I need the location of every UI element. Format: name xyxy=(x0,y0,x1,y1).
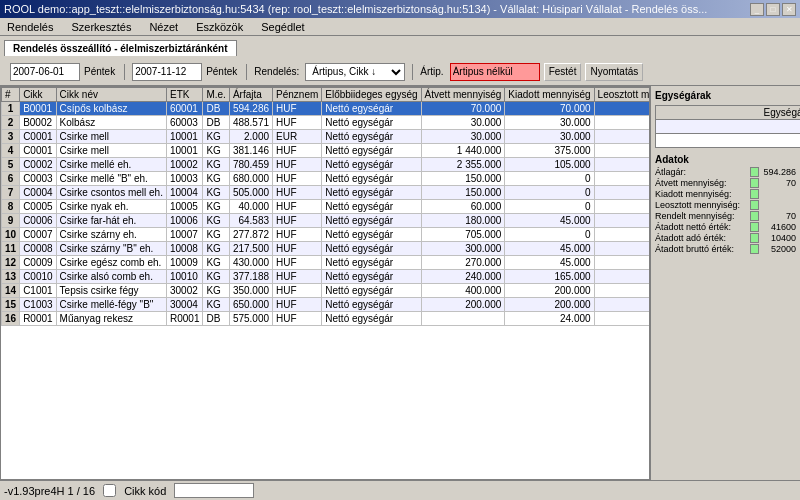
rendeles-label: Rendelés: xyxy=(254,66,299,77)
col-me[interactable]: M.e. xyxy=(203,88,229,102)
col-num: # xyxy=(2,88,20,102)
table-row[interactable]: 11C0008Csirke szárny "B" eh.10008KG217.5… xyxy=(2,242,651,256)
right-panel: Egységárak Egységár Mennyiség 560.0010.0… xyxy=(650,86,800,480)
menu-eszkozok[interactable]: Eszközök xyxy=(193,20,246,34)
status-checkbox[interactable] xyxy=(103,484,116,497)
data-table: # Cikk Cikk név ETK M.e. Árfajta Pénznem… xyxy=(1,87,650,326)
data-section-title: Adatok xyxy=(655,154,796,165)
toolbar-sep1 xyxy=(124,64,125,80)
data-section: Adatok Átlagár: 594.286 Átvett mennyiség… xyxy=(655,154,796,255)
date2-input[interactable] xyxy=(132,63,202,81)
col-arfajta[interactable]: Árfajta xyxy=(229,88,272,102)
table-row[interactable]: 6C0003Csirke mellé "B" eh.10003KG680.000… xyxy=(2,172,651,186)
table-row[interactable]: 14C1001Tepsis csirke fégy30002KG350.000H… xyxy=(2,284,651,298)
data-bar-row: Rendelt mennyiség: 70 xyxy=(655,211,796,221)
data-table-container[interactable]: # Cikk Cikk név ETK M.e. Árfajta Pénznem… xyxy=(0,86,650,480)
toolbar: Péntek Péntek Rendelés: Ártipus, Cikk ↓ … xyxy=(0,58,800,86)
menu-rendeles[interactable]: Rendelés xyxy=(4,20,56,34)
data-bar-row: Kiadott mennyiség: xyxy=(655,189,796,199)
artipus-label: Ártip. xyxy=(420,66,443,77)
data-bar-row: Átlagár: 594.286 xyxy=(655,167,796,177)
menu-nezet[interactable]: Nézet xyxy=(146,20,181,34)
table-row[interactable]: 15C1003Csirke mellé-fégy "B"30004KG650.0… xyxy=(2,298,651,312)
toolbar-sep3 xyxy=(412,64,413,80)
col-kiadott[interactable]: Kiadott mennyiség xyxy=(505,88,594,102)
table-row[interactable]: 16R0001Műanyag rekeszR0001DB575.000HUFNe… xyxy=(2,312,651,326)
table-row[interactable]: 13C0010Csirke alsó comb eh.10010KG377.18… xyxy=(2,270,651,284)
col-etk[interactable]: ETK xyxy=(166,88,202,102)
panel-row: 560.0010.000 xyxy=(656,120,801,134)
data-bars: Átlagár: 594.286 Átvett mennyiség: 70 Ki… xyxy=(655,167,796,254)
festet-btn[interactable]: Festét xyxy=(544,63,582,81)
nyomtatas-btn[interactable]: Nyomtatás xyxy=(585,63,643,81)
status-bar: -v1.93pre4H 1 / 16 Cikk kód xyxy=(0,480,800,500)
table-row[interactable]: 1B0001Csípős kolbász60001DB594.286HUFNet… xyxy=(2,102,651,116)
window-controls: _ □ ✕ xyxy=(750,3,796,16)
rendeles-select[interactable]: Ártipus, Cikk ↓ xyxy=(305,63,405,81)
table-row[interactable]: 3C0001Csirke mell10001KG2.000EURNettó eg… xyxy=(2,130,651,144)
tab-bar: Rendelés összeállító - élelmiszerbiztárá… xyxy=(0,36,800,58)
date1-input[interactable] xyxy=(10,63,80,81)
data-bar-row: Átvett mennyiség: 70 xyxy=(655,178,796,188)
table-row[interactable]: 7C0004Csirke csontos mell eh.10004KG505.… xyxy=(2,186,651,200)
table-row[interactable]: 8C0005Csirke nyak eh.10005KG40.000HUFNet… xyxy=(2,200,651,214)
main-tab[interactable]: Rendelés összeállító - élelmiszerbiztárá… xyxy=(4,40,237,56)
data-bar-row: Átadott adó érték: 10400 xyxy=(655,233,796,243)
col-leosztott[interactable]: Leosztott mennyiség xyxy=(594,88,650,102)
panel-row: 600.0060.000 xyxy=(656,134,801,148)
minimize-btn[interactable]: _ xyxy=(750,3,764,16)
day2-label: Péntek xyxy=(206,66,237,77)
main-content: # Cikk Cikk név ETK M.e. Árfajta Pénznem… xyxy=(0,86,800,480)
close-btn[interactable]: ✕ xyxy=(782,3,796,16)
menu-bar: Rendelés Szerkesztés Nézet Eszközök Segé… xyxy=(0,18,800,36)
data-bar-row: Leosztott mennyiség: xyxy=(655,200,796,210)
col-atvett[interactable]: Átvett mennyiség xyxy=(421,88,505,102)
table-row[interactable]: 2B0002Kolbász60003DB488.571HUFNettó egys… xyxy=(2,116,651,130)
day1-label: Péntek xyxy=(84,66,115,77)
artipus-input[interactable] xyxy=(450,63,540,81)
maximize-btn[interactable]: □ xyxy=(766,3,780,16)
menu-szerkesztes[interactable]: Szerkesztés xyxy=(68,20,134,34)
status-cikk-label: Cikk kód xyxy=(124,485,166,497)
status-cikk-input[interactable] xyxy=(174,483,254,498)
menu-segedlet[interactable]: Segédlet xyxy=(258,20,307,34)
table-row[interactable]: 5C0002Csirke mellé eh.10002KG780.459HUFN… xyxy=(2,158,651,172)
table-row[interactable]: 10C0007Csirke szárny eh.10007KG277.872HU… xyxy=(2,228,651,242)
right-panel-title: Egységárak xyxy=(655,90,796,101)
data-bar-row: Átadott nettó érték: 41600 xyxy=(655,222,796,232)
col-cikk-nev[interactable]: Cikk név xyxy=(56,88,166,102)
window-title: ROOL demo::app_teszt::elelmiszerbiztonsá… xyxy=(4,3,707,15)
egysegar-table: Egységár Mennyiség 560.0010.000600.0060.… xyxy=(655,105,800,148)
table-row[interactable]: 12C0009Csirke egész comb eh.10009KG430.0… xyxy=(2,256,651,270)
status-position: -v1.93pre4H 1 / 16 xyxy=(4,485,95,497)
toolbar-sep2 xyxy=(246,64,247,80)
col-cikk[interactable]: Cikk xyxy=(20,88,56,102)
data-bar-row: Átadott bruttó érték: 52000 xyxy=(655,244,796,254)
title-bar: ROOL demo::app_teszt::elelmiszerbiztonsá… xyxy=(0,0,800,18)
col-elob[interactable]: Előbbiideges egység xyxy=(322,88,421,102)
col-penznem[interactable]: Pénznem xyxy=(273,88,322,102)
table-row[interactable]: 9C0006Csirke far-hát eh.10006KG64.583HUF… xyxy=(2,214,651,228)
egysegar-col1: Egységár xyxy=(656,106,801,120)
table-row[interactable]: 4C0001Csirke mell10001KG381.146HUFNettó … xyxy=(2,144,651,158)
